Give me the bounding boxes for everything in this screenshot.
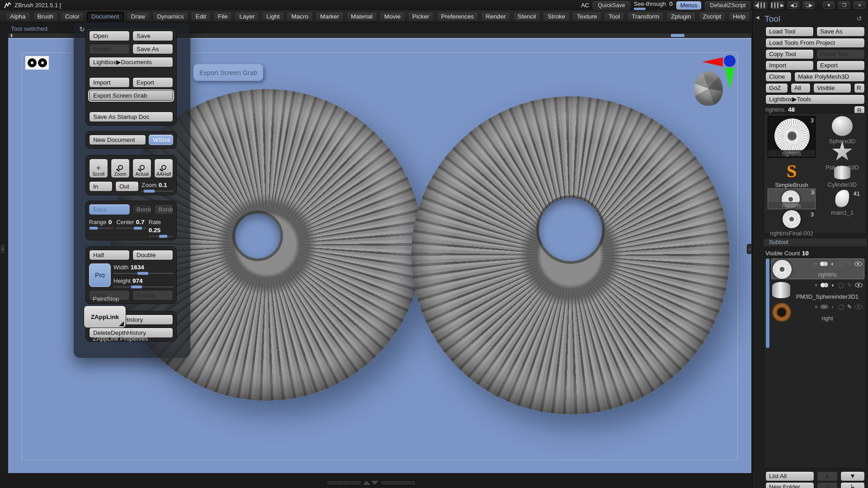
see-through-slider[interactable] — [634, 8, 646, 10]
clone-button[interactable]: Clone — [765, 72, 792, 82]
menu-help[interactable]: Help — [728, 12, 750, 21]
menu-edit[interactable]: Edit — [191, 12, 210, 21]
center-slider-handle[interactable] — [133, 226, 142, 230]
dock-right-icon[interactable]: ❏▶ — [803, 1, 815, 9]
aahalf-button[interactable]: AAHalf — [154, 159, 173, 178]
uv-icon[interactable]: ◯ — [838, 261, 844, 267]
menu-stencil[interactable]: Stencil — [513, 12, 541, 21]
height-slider[interactable] — [113, 286, 173, 287]
half-button[interactable]: Half — [89, 250, 130, 260]
menu-preferences[interactable]: Preferences — [437, 12, 479, 21]
axis-z-icon[interactable] — [724, 55, 736, 67]
make-polymesh3d-button[interactable]: Make PolyMesh3D — [794, 72, 865, 82]
menu-refresh-icon[interactable]: ↻ — [79, 25, 85, 33]
visibility-eye-icon[interactable] — [854, 262, 862, 266]
shaded-icon[interactable]: ◐ — [831, 282, 835, 288]
tool-export-button[interactable]: Export — [816, 61, 865, 70]
zoom-in-button[interactable]: In — [89, 181, 113, 192]
lightbox-tools-button[interactable]: Lightbox▶Tools — [765, 94, 865, 104]
move-down-button[interactable]: ▼ — [840, 471, 865, 481]
open-button[interactable]: Open — [89, 31, 130, 41]
save-as-startup-doc-button[interactable]: Save As Startup Doc — [89, 112, 173, 122]
center-slider[interactable] — [116, 228, 146, 229]
top-scrollbar-handle[interactable] — [671, 34, 684, 37]
goz-visible-button[interactable]: Visible — [813, 83, 851, 93]
actual-button[interactable]: Actual — [132, 159, 151, 178]
zapplink-button[interactable]: ZAppLink — [84, 305, 126, 328]
tool-item-main1-1[interactable]: 41 main1_1 — [822, 189, 863, 216]
uv-icon[interactable]: ◯ — [838, 282, 844, 288]
axis-y-icon[interactable] — [725, 68, 735, 89]
menu-color[interactable]: Color — [61, 12, 84, 21]
bottom-tray-grip-right[interactable] — [381, 480, 416, 485]
menu-render[interactable]: Render — [481, 12, 510, 21]
subtool-header[interactable]: Subtool — [764, 239, 867, 246]
zoom-slider-handle[interactable] — [143, 189, 155, 193]
menu-material[interactable]: Material — [346, 12, 377, 21]
menu-light[interactable]: Light — [262, 12, 284, 21]
goz-all-button[interactable]: All — [791, 83, 811, 93]
bottom-tray-toggle[interactable] — [363, 481, 378, 485]
tool-import-button[interactable]: Import — [765, 61, 814, 70]
visibility-eye-icon[interactable] — [855, 305, 863, 309]
menu-tool[interactable]: Tool — [604, 12, 624, 21]
new-folder-button[interactable]: New Folder — [765, 482, 814, 488]
export-button[interactable]: Export — [132, 77, 173, 88]
menu-stroke[interactable]: Stroke — [543, 12, 570, 21]
export-screen-grab-button[interactable]: Export Screen Grab — [89, 90, 173, 101]
left-tray-toggle[interactable]: ‹ — [0, 244, 5, 254]
tool-item-sphere3d[interactable]: Sphere3D — [822, 116, 863, 145]
polypaint-icon[interactable] — [821, 283, 828, 287]
dock-left-icon[interactable]: ◀❏ — [788, 1, 799, 9]
restore-icon[interactable]: ❐ — [838, 1, 850, 9]
menu-brush[interactable]: Brush — [33, 12, 58, 21]
menu-file[interactable]: File — [213, 12, 232, 21]
goz-button[interactable]: GoZ — [765, 83, 788, 93]
brush-icon[interactable]: ✎ — [847, 282, 852, 288]
paintstop-item[interactable]: PaintStop — [93, 296, 119, 302]
tool-item-rightirisfinal[interactable]: 3 rightirisFinal-002 — [768, 210, 816, 237]
visibility-eye-icon[interactable] — [855, 283, 863, 287]
menu-layer[interactable]: Layer — [235, 12, 259, 21]
width-slider-handle[interactable] — [137, 272, 149, 275]
zoom-out-button[interactable]: Out — [115, 181, 139, 192]
minimize-icon[interactable]: ▼ — [823, 1, 835, 9]
border-button[interactable]: Border — [132, 204, 151, 215]
menu-movie[interactable]: Movie — [380, 12, 405, 21]
uv-icon[interactable]: ◯ — [838, 304, 844, 310]
rate-slider[interactable] — [149, 236, 173, 237]
menu-picker[interactable]: Picker — [408, 12, 434, 21]
height-slider-handle[interactable] — [131, 285, 142, 289]
tool-item-rightiris-large[interactable]: 3 rightiris — [768, 116, 816, 158]
expand-caret-icon[interactable]: ▾ — [814, 261, 817, 267]
expand-caret-icon[interactable]: ▾ — [815, 304, 817, 310]
default-zscript-button[interactable]: DefaultZScript — [705, 1, 750, 9]
polypaint-icon[interactable] — [820, 262, 828, 266]
tool-item-rightiris-small[interactable]: 3 rightiris — [768, 188, 816, 209]
tray-collapse-icon[interactable]: ◄ — [755, 14, 760, 21]
sculpt-iris-right[interactable] — [411, 96, 730, 414]
tool-item-cylinder3d[interactable]: Cylinder3D — [822, 166, 863, 188]
scroll-button[interactable]: ✛ Scroll — [89, 159, 108, 178]
bottom-tray-grip-left[interactable] — [326, 480, 362, 485]
right-tray-toggle[interactable]: › — [747, 244, 752, 254]
zoom-slider[interactable] — [142, 191, 173, 192]
collapse-right-tray-icon[interactable]: ▎▎▎▶ — [771, 1, 784, 9]
subtool-item-right[interactable]: ▾ ◐ ◯ ✎ right — [771, 302, 864, 323]
load-tools-from-project-button[interactable]: Load Tools From Project — [765, 38, 865, 48]
width-slider[interactable] — [113, 273, 173, 274]
list-all-button[interactable]: List All — [765, 471, 814, 481]
tool-save-as-button[interactable]: Save As — [816, 27, 865, 37]
tool-palette-restore-icon[interactable]: ↺ — [856, 15, 862, 22]
subtool-item-rightiris[interactable]: ▾ ◐ ◯ ✎ rightiris — [771, 258, 864, 279]
menu-texture[interactable]: Texture — [572, 12, 601, 21]
move-into-button[interactable]: ↳ — [840, 482, 865, 488]
menu-document[interactable]: Document — [87, 12, 124, 21]
axis-x-icon[interactable] — [702, 57, 723, 66]
new-document-button[interactable]: New Document — [89, 135, 146, 145]
menu-draw[interactable]: Draw — [127, 12, 150, 21]
tool-palette-title[interactable]: Tool — [764, 14, 780, 24]
pro-button[interactable]: Pro — [89, 263, 111, 287]
brush-icon[interactable]: ✎ — [847, 261, 851, 267]
zoom-button[interactable]: Zoom — [111, 159, 130, 178]
